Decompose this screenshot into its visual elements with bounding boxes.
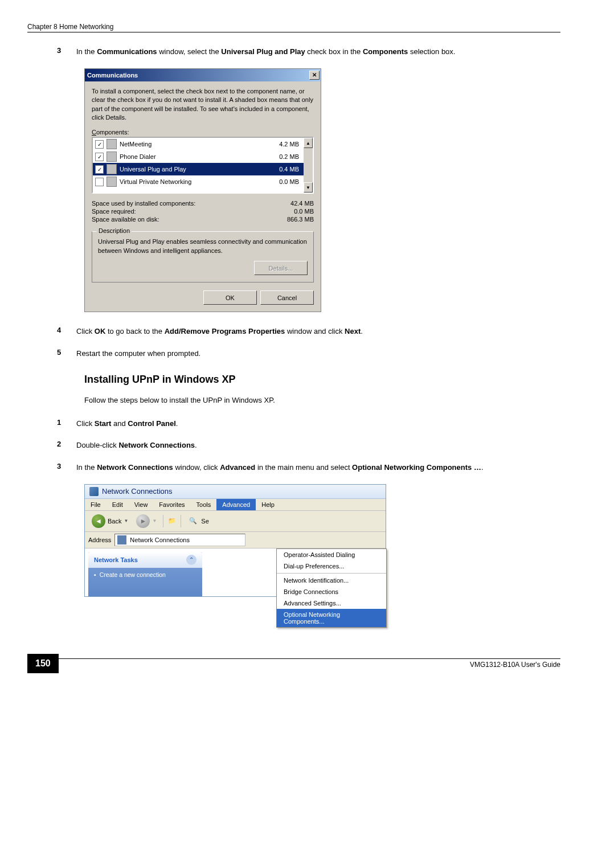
guide-name: VMG1312-B10A User's Guide <box>59 658 560 669</box>
toolbar: ◄ Back ▼ ► ▼ 📁 🔍 Se <box>85 511 386 532</box>
step-number: 3 <box>57 462 65 474</box>
step-number: 3 <box>57 46 65 58</box>
location-icon <box>117 535 126 544</box>
forward-icon: ► <box>136 514 150 528</box>
item-name: Virtual Private Networking <box>120 178 276 185</box>
step-5: 5 Restart the computer when prompted. <box>57 348 560 360</box>
window-icon <box>89 487 99 496</box>
menu-advanced[interactable]: Advanced <box>216 499 256 510</box>
back-icon: ◄ <box>92 514 105 528</box>
task-label: Create a new connection <box>100 571 166 578</box>
step-text: In the Communications window, select the… <box>76 46 455 58</box>
section-heading: Installing UPnP in Windows XP <box>84 374 560 386</box>
search-button[interactable]: 🔍 Se <box>184 514 212 528</box>
step-number: 4 <box>57 326 65 338</box>
address-field[interactable]: Network Connections <box>114 534 245 546</box>
menu-file[interactable]: File <box>85 499 107 510</box>
close-icon[interactable]: ✕ <box>309 71 320 80</box>
list-item[interactable]: Virtual Private Networking 0.0 MB <box>93 175 304 188</box>
scroll-up-icon[interactable]: ▲ <box>304 138 313 148</box>
collapse-icon[interactable]: ⌃ <box>186 555 196 565</box>
cancel-button[interactable]: Cancel <box>260 290 314 305</box>
step-text: Double-click Network Connections. <box>76 440 197 452</box>
list-item-selected[interactable]: ✓ Universal Plug and Play 0.4 MB <box>93 163 304 175</box>
dialog-title: Communications <box>87 72 138 79</box>
description-text: Universal Plug and Play enables seamless… <box>98 238 308 255</box>
menu-favorites[interactable]: Favorites <box>153 499 190 510</box>
dropdown-item[interactable]: Bridge Connections <box>277 586 386 597</box>
chevron-down-icon[interactable]: ▼ <box>124 518 128 523</box>
separator <box>277 573 386 574</box>
task-item[interactable]: ▪ Create a new connection <box>88 568 202 582</box>
menu-bar[interactable]: File Edit View Favorites Tools Advanced … <box>85 499 386 511</box>
communications-dialog: Communications ✕ To install a component,… <box>84 68 321 312</box>
menu-tools[interactable]: Tools <box>191 499 217 510</box>
app-icon <box>107 177 117 187</box>
menu-help[interactable]: Help <box>256 499 280 510</box>
components-listbox[interactable]: ✓ NetMeeting 4.2 MB ✓ Phone Dialer 0.2 M… <box>92 137 314 194</box>
step-text: Restart the computer when prompted. <box>76 348 200 360</box>
dialog-titlebar[interactable]: Communications ✕ <box>85 69 321 81</box>
network-connections-window: Network Connections File Edit View Favor… <box>84 484 386 597</box>
checkbox-icon[interactable]: ✓ <box>95 140 104 149</box>
details-button: Details... <box>254 261 308 275</box>
ok-button[interactable]: OK <box>203 290 257 305</box>
scroll-down-icon[interactable]: ▼ <box>304 182 313 193</box>
back-button[interactable]: ◄ Back ▼ <box>88 513 132 529</box>
step-text: Click Start and Control Panel. <box>76 418 178 430</box>
task-icon: ▪ <box>94 571 96 578</box>
step-text: Click OK to go back to the Add/Remove Pr… <box>76 326 363 338</box>
list-item[interactable]: ✓ NetMeeting 4.2 MB <box>93 138 304 150</box>
advanced-dropdown[interactable]: Operator-Assisted Dialing Dial-up Prefer… <box>276 548 387 628</box>
item-name: Phone Dialer <box>120 153 276 160</box>
step-1b: 1 Click Start and Control Panel. <box>57 418 560 430</box>
page-number: 150 <box>27 654 59 673</box>
step-number: 1 <box>57 418 65 430</box>
window-titlebar[interactable]: Network Connections <box>85 485 386 499</box>
task-pane: Network Tasks ⌃ ▪ Create a new connectio… <box>88 552 202 596</box>
dropdown-item-highlighted[interactable]: Optional Networking Components... <box>277 609 386 627</box>
address-value: Network Connections <box>130 537 190 543</box>
address-bar: Address Network Connections <box>85 532 386 548</box>
summary-row: Space available on disk:866.3 MB <box>92 215 314 223</box>
menu-edit[interactable]: Edit <box>107 499 129 510</box>
dropdown-item[interactable]: Dial-up Preferences... <box>277 560 386 572</box>
item-size: 0.0 MB <box>279 178 301 185</box>
section-intro: Follow the steps below to install the UP… <box>84 395 560 407</box>
search-label: Se <box>201 518 208 525</box>
scrollbar[interactable]: ▲ ▼ <box>304 138 313 193</box>
step-3b: 3 In the Network Connections window, cli… <box>57 462 560 474</box>
list-item[interactable]: ✓ Phone Dialer 0.2 MB <box>93 150 304 163</box>
step-2b: 2 Double-click Network Connections. <box>57 440 560 452</box>
item-size: 0.2 MB <box>279 153 301 160</box>
dropdown-item[interactable]: Advanced Settings... <box>277 597 386 609</box>
step-text: In the Network Connections window, click… <box>76 462 484 474</box>
app-icon <box>107 152 117 162</box>
chevron-down-icon[interactable]: ▼ <box>152 518 157 523</box>
dropdown-item[interactable]: Network Identification... <box>277 575 386 586</box>
step-3a: 3 In the Communications window, select t… <box>57 46 560 58</box>
task-header[interactable]: Network Tasks ⌃ <box>88 552 202 568</box>
menu-view[interactable]: View <box>129 499 154 510</box>
step-number: 2 <box>57 440 65 452</box>
task-header-label: Network Tasks <box>94 556 138 563</box>
checkbox-icon[interactable] <box>95 178 104 186</box>
step-4: 4 Click OK to go back to the Add/Remove … <box>57 326 560 338</box>
checkbox-icon[interactable]: ✓ <box>95 165 104 174</box>
app-icon <box>107 139 117 149</box>
components-label: Components: <box>92 129 314 136</box>
description-group: Description Universal Plug and Play enab… <box>92 231 314 282</box>
step-number: 5 <box>57 348 65 360</box>
up-folder-icon[interactable]: 📁 <box>166 515 178 527</box>
address-label: Address <box>88 537 111 543</box>
item-size: 4.2 MB <box>279 141 301 148</box>
back-label: Back <box>108 518 121 525</box>
forward-button[interactable]: ► ▼ <box>133 513 160 529</box>
window-title: Network Connections <box>102 487 173 496</box>
checkbox-icon[interactable]: ✓ <box>95 153 104 161</box>
dropdown-item[interactable]: Operator-Assisted Dialing <box>277 549 386 560</box>
summary-row: Space used by installed components:42.4 … <box>92 199 314 207</box>
chapter-title: Chapter 8 Home Networking <box>27 23 113 31</box>
item-name: NetMeeting <box>120 141 276 148</box>
app-icon <box>107 164 117 174</box>
